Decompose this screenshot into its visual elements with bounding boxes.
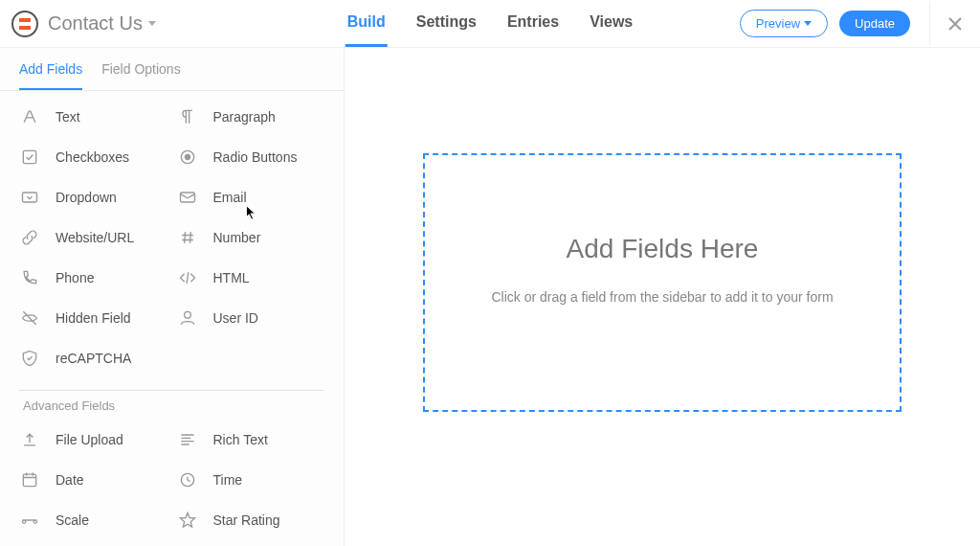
svg-rect-6 <box>23 474 35 487</box>
field-label: Rich Text <box>213 432 268 447</box>
form-dropzone[interactable]: Add Fields Here Click or drag a field fr… <box>423 153 902 412</box>
field-phone[interactable]: Phone <box>19 267 167 288</box>
field-scale[interactable]: Scale <box>19 510 167 531</box>
form-title-text: Contact Us <box>48 12 143 34</box>
basic-fields-grid: Text Paragraph Checkboxes Radio Buttons … <box>0 91 344 369</box>
top-bar: Contact Us Build Settings Entries Views … <box>0 0 980 48</box>
preview-button[interactable]: Preview <box>740 10 828 37</box>
field-number[interactable]: Number <box>177 227 325 248</box>
field-label: Scale <box>56 512 89 528</box>
tab-views[interactable]: Views <box>588 0 635 47</box>
svg-rect-0 <box>23 150 35 163</box>
form-title-dropdown[interactable]: Contact Us <box>48 12 156 34</box>
field-label: Date <box>56 472 84 488</box>
star-icon <box>177 510 198 531</box>
form-canvas: Add Fields Here Click or drag a field fr… <box>345 48 980 546</box>
field-label: HTML <box>213 270 250 285</box>
main-area: Add Fields Field Options Text Paragraph … <box>0 48 980 546</box>
field-html[interactable]: HTML <box>177 267 325 288</box>
sidebar-tab-field-options[interactable]: Field Options <box>101 61 180 90</box>
field-time[interactable]: Time <box>177 469 325 490</box>
field-radio[interactable]: Radio Buttons <box>177 147 325 168</box>
field-label: Phone <box>56 270 94 285</box>
field-label: reCAPTCHA <box>56 351 131 366</box>
date-icon <box>19 469 40 490</box>
app-logo-icon <box>11 11 38 37</box>
field-email[interactable]: Email <box>177 187 325 208</box>
field-user-id[interactable]: User ID <box>177 307 325 329</box>
field-label: Text <box>56 109 80 125</box>
field-checkboxes[interactable]: Checkboxes <box>19 147 167 168</box>
field-hidden[interactable]: Hidden Field <box>19 307 167 329</box>
recaptcha-icon <box>19 348 40 369</box>
update-button[interactable]: Update <box>839 11 910 36</box>
checkbox-icon <box>19 147 40 168</box>
field-label: Hidden Field <box>56 310 131 326</box>
user-icon <box>177 307 198 329</box>
field-recaptcha[interactable]: reCAPTCHA <box>19 348 167 369</box>
email-icon <box>177 187 198 208</box>
sidebar-tabs: Add Fields Field Options <box>0 48 344 91</box>
svg-point-5 <box>184 311 190 318</box>
radio-icon <box>177 147 198 168</box>
field-label: User ID <box>213 310 258 326</box>
field-label: Checkboxes <box>56 149 129 165</box>
field-text[interactable]: Text <box>19 106 167 127</box>
sidebar-tab-add-fields[interactable]: Add Fields <box>19 61 82 90</box>
field-label: Time <box>213 472 243 488</box>
sidebar: Add Fields Field Options Text Paragraph … <box>0 48 345 546</box>
advanced-fields-divider <box>19 390 324 391</box>
phone-icon <box>19 267 40 288</box>
text-icon <box>19 106 40 127</box>
close-icon <box>947 16 963 32</box>
close-button[interactable] <box>929 3 969 45</box>
tab-build[interactable]: Build <box>345 0 388 47</box>
field-label: Email <box>213 190 247 205</box>
dropzone-title: Add Fields Here <box>567 234 759 264</box>
field-label: File Upload <box>56 432 123 447</box>
html-icon <box>177 267 198 288</box>
preview-label: Preview <box>756 16 800 31</box>
top-actions: Preview Update <box>740 3 969 45</box>
advanced-fields-label: Advanced Fields <box>23 398 115 413</box>
time-icon <box>177 469 198 490</box>
field-date[interactable]: Date <box>19 469 167 490</box>
hidden-icon <box>19 307 40 329</box>
scale-icon <box>19 510 40 531</box>
field-rich-text[interactable]: Rich Text <box>177 429 325 450</box>
field-paragraph[interactable]: Paragraph <box>177 106 325 127</box>
field-file-upload[interactable]: File Upload <box>19 429 167 450</box>
paragraph-icon <box>177 106 198 127</box>
main-tabs: Build Settings Entries Views <box>345 0 635 47</box>
field-label: Radio Buttons <box>213 149 298 165</box>
field-star-rating[interactable]: Star Rating <box>177 510 325 531</box>
field-url[interactable]: Website/URL <box>19 227 167 248</box>
advanced-fields-grid: File Upload Rich Text Date Time Scale St… <box>0 414 344 531</box>
dropzone-subtitle: Click or drag a field from the sidebar t… <box>491 289 833 305</box>
chevron-down-icon <box>804 21 812 26</box>
field-label: Paragraph <box>213 109 276 125</box>
chevron-down-icon <box>148 21 156 26</box>
richtext-icon <box>177 429 198 450</box>
field-dropdown[interactable]: Dropdown <box>19 187 167 208</box>
upload-icon <box>19 429 40 450</box>
svg-rect-3 <box>23 193 37 202</box>
field-label: Star Rating <box>213 512 280 528</box>
url-icon <box>19 227 40 248</box>
svg-rect-4 <box>180 193 194 202</box>
dropdown-icon <box>19 187 40 208</box>
tab-entries[interactable]: Entries <box>505 0 561 47</box>
field-label: Number <box>213 230 261 245</box>
number-icon <box>177 227 198 248</box>
svg-point-2 <box>185 155 189 160</box>
tab-settings[interactable]: Settings <box>414 0 479 47</box>
field-label: Website/URL <box>56 230 134 245</box>
field-label: Dropdown <box>56 190 117 205</box>
